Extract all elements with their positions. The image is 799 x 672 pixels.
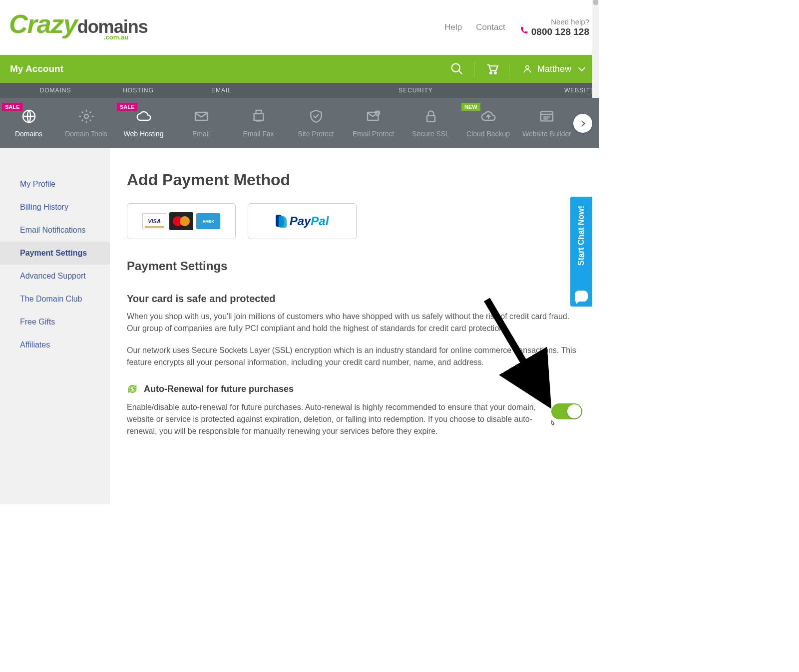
sidebar-item-payment-settings[interactable]: Payment Settings — [0, 242, 110, 265]
category-label-domains: DOMAINS — [0, 83, 111, 98]
settings-sidebar: My Profile Billing History Email Notific… — [0, 148, 110, 504]
account-bar-title: My Account — [10, 63, 63, 74]
tile-site-protect[interactable]: Site Protect — [287, 98, 345, 148]
visa-icon: VISA — [142, 213, 166, 229]
tile-cloud-backup[interactable]: NEW Cloud Backup — [459, 98, 517, 148]
cloud-icon — [135, 108, 152, 125]
sidebar-item-email-notifications[interactable]: Email Notifications — [0, 219, 110, 242]
globe-icon — [20, 108, 37, 125]
category-tiles: SALE Domains Domain Tools SALE Web Hosti… — [0, 98, 599, 148]
mastercard-icon — [169, 212, 193, 230]
svg-point-2 — [490, 72, 492, 74]
scrollbar-thumb[interactable] — [593, 0, 598, 4]
amex-icon: AMEX — [196, 213, 220, 229]
sidebar-item-advanced-support[interactable]: Advanced Support — [0, 265, 110, 288]
sidebar-item-my-profile[interactable]: My Profile — [0, 173, 110, 196]
cart-button[interactable] — [474, 55, 509, 83]
toggle-knob — [567, 404, 581, 418]
tile-email-protect[interactable]: Email Protect — [345, 98, 402, 148]
phone-icon — [519, 26, 528, 37]
sidebar-item-domain-club[interactable]: The Domain Club — [0, 288, 110, 311]
sidebar-item-affiliates[interactable]: Affiliates — [0, 334, 110, 356]
auto-renewal-description: Enable/disable auto-renewal for future p… — [127, 401, 536, 437]
svg-point-3 — [494, 72, 496, 74]
chevron-down-icon — [578, 64, 585, 71]
new-badge: NEW — [461, 103, 480, 111]
chat-bubble-icon — [575, 291, 588, 302]
need-help-label: Need help? — [519, 17, 589, 26]
tile-email[interactable]: Email — [172, 98, 230, 148]
category-labels: DOMAINS HOSTING EMAIL SECURITY WEBSITES — [0, 83, 599, 98]
category-label-email: EMAIL — [166, 83, 277, 98]
svg-line-1 — [458, 71, 462, 74]
category-label-security: SECURITY — [277, 83, 554, 98]
svg-point-6 — [84, 114, 88, 118]
help-link[interactable]: Help — [444, 22, 462, 32]
mail-icon — [193, 108, 210, 125]
tiles-scroll-next[interactable] — [573, 114, 592, 133]
sale-badge: SALE — [2, 103, 22, 111]
gear-icon — [78, 108, 95, 125]
auto-renewal-icon — [127, 383, 138, 394]
start-chat-tab[interactable]: Start Chat Now! — [570, 197, 592, 307]
payment-option-credit-card[interactable]: VISA AMEX — [127, 203, 236, 239]
sidebar-item-billing-history[interactable]: Billing History — [0, 196, 110, 219]
user-menu[interactable]: Matthew — [509, 64, 589, 74]
svg-rect-12 — [427, 116, 435, 122]
content-area: Add Payment Method VISA AMEX PayPal Paym… — [110, 148, 599, 504]
search-icon — [450, 62, 464, 76]
card-safe-paragraph-1: When you shop with us, you'll join milli… — [127, 311, 582, 335]
account-bar: My Account Matthew — [0, 55, 599, 83]
svg-point-0 — [451, 64, 459, 72]
svg-rect-8 — [254, 114, 263, 120]
chevron-right-icon — [579, 120, 585, 127]
logo-brand: Crazy — [9, 14, 77, 35]
tile-website-builder[interactable]: Website Builder — [517, 98, 577, 148]
website-icon — [538, 108, 555, 125]
auto-renewal-toggle[interactable] — [551, 403, 582, 419]
cloud-backup-icon — [480, 108, 497, 125]
sale-badge: SALE — [117, 103, 137, 111]
category-label-hosting: HOSTING — [111, 83, 166, 98]
svg-rect-9 — [256, 110, 261, 114]
page-title: Add Payment Method — [127, 171, 582, 189]
auto-renewal-title: Auto-Renewal for future purchases — [144, 384, 294, 394]
tile-email-fax[interactable]: Email Fax — [230, 98, 287, 148]
sidebar-item-free-gifts[interactable]: Free Gifts — [0, 311, 110, 334]
contact-link[interactable]: Contact — [476, 22, 505, 32]
section-title: Payment Settings — [127, 259, 582, 273]
payment-option-paypal[interactable]: PayPal — [248, 203, 357, 239]
tile-domains[interactable]: SALE Domains — [0, 98, 57, 148]
mail-shield-icon — [365, 108, 382, 125]
user-name: Matthew — [537, 64, 571, 74]
search-button[interactable] — [439, 55, 474, 83]
top-header: Crazy domains .com.au Help Contact Need … — [0, 0, 599, 55]
shield-icon — [308, 108, 325, 125]
user-icon — [522, 64, 532, 74]
phone-number[interactable]: 0800 128 128 — [519, 26, 589, 37]
card-safe-title: Your card is safe and protected — [127, 293, 582, 305]
card-safe-paragraph-2: Our network uses Secure Sockets Layer (S… — [127, 344, 582, 368]
tile-web-hosting[interactable]: SALE Web Hosting — [115, 98, 172, 148]
lock-icon — [422, 108, 439, 125]
paypal-icon — [276, 215, 287, 228]
tile-secure-ssl[interactable]: Secure SSL — [402, 98, 459, 148]
tile-domain-tools[interactable]: Domain Tools — [57, 98, 115, 148]
chat-tab-label: Start Chat Now! — [577, 206, 586, 266]
cart-icon — [485, 62, 499, 76]
fax-icon — [250, 108, 267, 125]
svg-point-4 — [526, 65, 529, 69]
logo[interactable]: Crazy domains .com.au — [9, 14, 148, 41]
